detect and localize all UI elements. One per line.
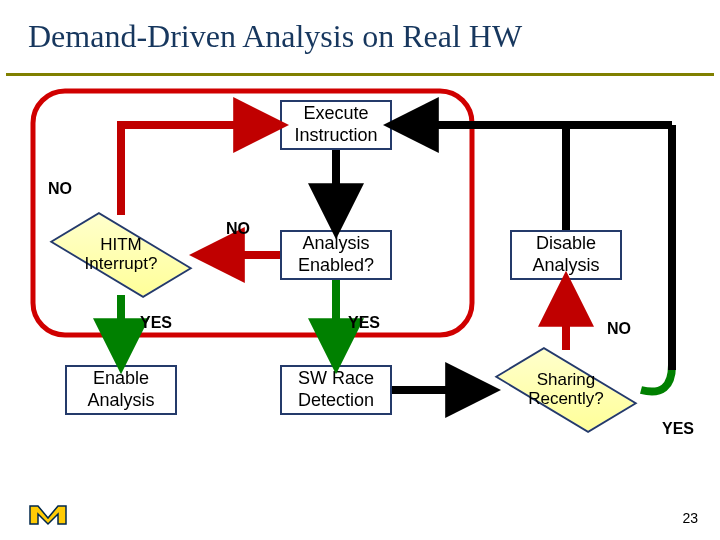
page-number: 23 [682, 510, 698, 526]
label-no-sharing: NO [607, 320, 631, 338]
michigan-logo-icon [28, 498, 68, 526]
slide-title: Demand-Driven Analysis on Real HW [28, 18, 692, 55]
label-yes-sharing: YES [662, 420, 694, 438]
title-underline [6, 73, 714, 76]
diagram-canvas: Execute Instruction Analysis Enabled? Di… [0, 80, 720, 500]
label-no-hitm: NO [48, 180, 72, 198]
arrows [0, 80, 720, 500]
label-yes-hitm: YES [140, 314, 172, 332]
label-yes-analysis: YES [348, 314, 380, 332]
label-no-analysis: NO [226, 220, 250, 238]
